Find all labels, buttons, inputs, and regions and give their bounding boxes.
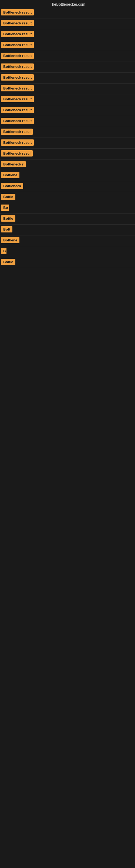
list-item: Bottle: [0, 192, 135, 203]
bottleneck-result-badge[interactable]: Bottleneck result: [1, 140, 34, 146]
site-title: TheBottlenecker.com: [0, 0, 135, 8]
bottleneck-result-badge[interactable]: Bottleneck result: [1, 42, 34, 48]
list-item: Bo: [0, 203, 135, 214]
list-item: Bottleneck result: [0, 105, 135, 116]
list-item: Bottleneck result: [0, 19, 135, 29]
list-item: Bottleneck result: [0, 94, 135, 105]
bottleneck-result-badge[interactable]: Bottleneck resul: [1, 150, 33, 156]
bottleneck-result-badge[interactable]: B: [1, 248, 6, 254]
list-item: Bottleneck result: [0, 138, 135, 149]
bottleneck-result-badge[interactable]: Bottleneck result: [1, 31, 34, 37]
list-item: Bottleneck resul: [0, 149, 135, 159]
list-item: B: [0, 246, 135, 257]
bottleneck-result-badge[interactable]: Bottleneck result: [1, 63, 34, 70]
list-item: Bottleneck result: [0, 116, 135, 127]
bottleneck-result-badge[interactable]: Bottlene: [1, 172, 19, 178]
list-item: Bottleneck result: [0, 29, 135, 40]
bottleneck-result-badge[interactable]: Bottleneck result: [1, 74, 34, 81]
bottleneck-result-badge[interactable]: Bottleneck: [1, 183, 23, 189]
bottleneck-result-badge[interactable]: Bottleneck result: [1, 9, 34, 16]
list-item: Bottleneck result: [0, 8, 135, 19]
bottleneck-result-badge[interactable]: Bottleneck result: [1, 53, 34, 59]
list-item: Bottleneck result: [0, 40, 135, 51]
bottleneck-result-badge[interactable]: Bottle: [1, 194, 15, 200]
list-item: Bottleneck r: [0, 159, 135, 170]
bottleneck-result-badge[interactable]: Bottleneck resul: [1, 129, 33, 135]
bottleneck-result-badge[interactable]: Bottleneck result: [1, 107, 34, 113]
list-item: Bottleneck result: [0, 84, 135, 94]
bottleneck-result-badge[interactable]: Bott: [1, 226, 12, 232]
list-item: Bottle: [0, 257, 135, 268]
site-header: TheBottlenecker.com: [0, 0, 135, 8]
list-item: Bottleneck result: [0, 51, 135, 62]
list-item: Bottleneck result: [0, 73, 135, 84]
list-item: Bottle: [0, 214, 135, 225]
list-item: Bott: [0, 225, 135, 236]
bottleneck-result-badge[interactable]: Bottleneck result: [1, 118, 34, 124]
list-item: Bottlene: [0, 236, 135, 246]
rows-container: Bottleneck resultBottleneck resultBottle…: [0, 8, 135, 268]
list-item: Bottleneck result: [0, 62, 135, 73]
list-item: Bottlene: [0, 170, 135, 181]
bottleneck-result-badge[interactable]: Bottle: [1, 259, 15, 265]
list-item: Bottleneck resul: [0, 127, 135, 138]
bottleneck-result-badge[interactable]: Bottleneck result: [1, 85, 34, 91]
bottleneck-result-badge[interactable]: Bottleneck result: [1, 96, 34, 102]
bottleneck-result-badge[interactable]: Bo: [1, 205, 9, 211]
bottleneck-result-badge[interactable]: Bottlene: [1, 237, 19, 243]
bottleneck-result-badge[interactable]: Bottleneck r: [1, 161, 26, 167]
list-item: Bottleneck: [0, 181, 135, 192]
bottleneck-result-badge[interactable]: Bottle: [1, 215, 15, 222]
bottleneck-result-badge[interactable]: Bottleneck result: [1, 20, 34, 26]
